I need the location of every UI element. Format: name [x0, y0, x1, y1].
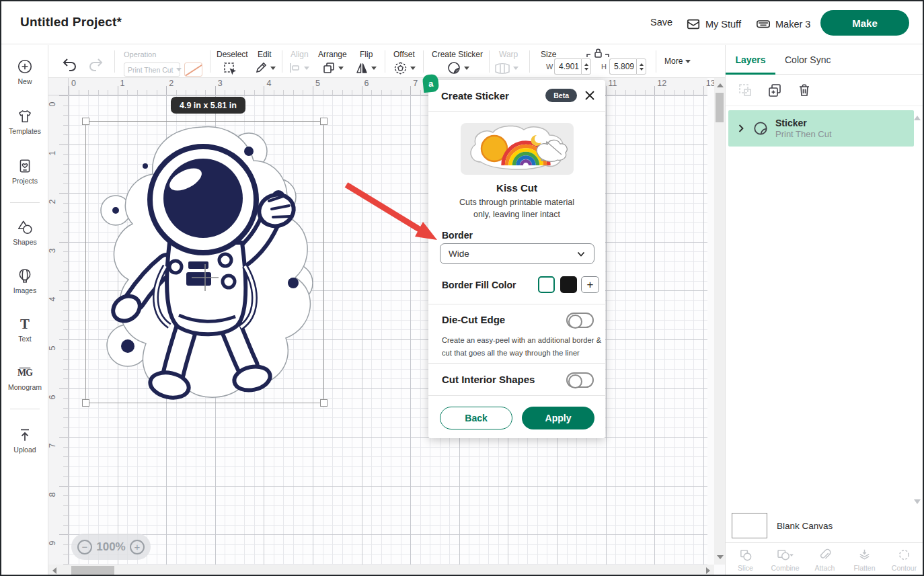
sidebar-item-new[interactable]: New: [1, 58, 48, 85]
duplicate-icon[interactable]: [767, 83, 782, 97]
sidebar-item-templates[interactable]: Templates: [1, 108, 48, 135]
flip-button[interactable]: [355, 61, 377, 75]
ruler-number: 4: [266, 79, 271, 88]
undo-icon[interactable]: [62, 58, 78, 71]
more-button[interactable]: More: [664, 56, 691, 66]
selection-bounding-box[interactable]: [85, 121, 324, 403]
arrange-label: Arrange: [318, 50, 347, 59]
zoom-out-button[interactable]: −: [77, 540, 92, 554]
modal-divider: [428, 395, 605, 396]
canvas-grid[interactable]: [69, 95, 707, 565]
add-fill-color-button[interactable]: +: [581, 276, 599, 293]
trash-icon[interactable]: [797, 83, 812, 97]
scroll-down-icon[interactable]: [717, 555, 724, 559]
fill-swatch-black[interactable]: [560, 276, 577, 293]
edit-toolbar: Operation Print Then Cut Deselect Edit A…: [48, 45, 725, 78]
apply-button[interactable]: Apply: [522, 407, 594, 429]
create-sticker-button[interactable]: [447, 60, 469, 75]
zoom-in-button[interactable]: +: [130, 540, 145, 554]
tab-layers[interactable]: Layers: [726, 45, 775, 75]
modal-divider: [428, 304, 605, 304]
machine-button[interactable]: Maker 3: [756, 17, 810, 32]
fill-swatch-white-selected[interactable]: [538, 276, 555, 293]
edit-button[interactable]: [254, 61, 276, 75]
lock-icon[interactable]: [586, 48, 609, 58]
blank-canvas-row[interactable]: Blank Canvas: [726, 509, 924, 542]
machine-icon: [756, 17, 771, 32]
arrange-button[interactable]: [322, 61, 344, 75]
scroll-up-icon[interactable]: [717, 83, 724, 87]
height-input[interactable]: 5.809: [609, 58, 636, 75]
deselect-icon[interactable]: [223, 61, 237, 76]
kiss-cut-title: Kiss Cut: [428, 182, 605, 194]
chevron-down-icon: [685, 60, 691, 63]
project-title[interactable]: Untitled Project*: [20, 15, 122, 30]
selection-handle-top-left[interactable]: [82, 118, 89, 125]
ruler-number: 12: [657, 79, 666, 88]
sidebar-item-upload[interactable]: Upload: [1, 427, 48, 454]
blank-canvas-swatch[interactable]: [732, 513, 767, 538]
tab-color-sync[interactable]: Color Sync: [785, 45, 831, 75]
offset-icon: [393, 61, 408, 75]
stepper-up-icon[interactable]: [584, 63, 588, 66]
vertical-scroll-thumb[interactable]: [716, 93, 724, 122]
app-window: Untitled Project* Save My Stuff Maker 3 …: [0, 0, 924, 576]
stepper-down-icon[interactable]: [584, 68, 588, 71]
border-select[interactable]: Wide: [440, 243, 594, 264]
save-button[interactable]: Save: [650, 17, 672, 28]
make-button[interactable]: Make: [820, 10, 909, 36]
header: Untitled Project* Save My Stuff Maker 3 …: [1, 1, 923, 44]
operation-color-swatch[interactable]: [184, 63, 202, 77]
redo-icon[interactable]: [87, 58, 104, 71]
chevron-down-icon: [513, 67, 518, 70]
cut-interior-shapes-toggle[interactable]: [566, 372, 594, 388]
vertical-scrollbar[interactable]: [714, 78, 725, 565]
astronaut-sticker-image[interactable]: [86, 122, 325, 404]
die-cut-edge-toggle[interactable]: [566, 313, 594, 328]
selection-handle-bottom-right[interactable]: [320, 399, 328, 407]
chevron-down-icon: [464, 67, 469, 70]
operation-select[interactable]: Print Then Cut: [124, 63, 180, 77]
ruler-number: 7: [48, 444, 57, 448]
stepper-up-icon[interactable]: [640, 63, 644, 66]
my-stuff-button[interactable]: My Stuff: [686, 17, 741, 32]
chevron-down-icon: [371, 67, 377, 70]
die-cut-description: Create an easy-peel with an additional b…: [442, 336, 601, 344]
flatten-icon: [857, 548, 872, 562]
width-stepper[interactable]: [581, 58, 591, 75]
close-icon[interactable]: [584, 89, 596, 101]
height-stepper[interactable]: [636, 58, 646, 75]
layer-row-sticker[interactable]: Sticker Print Then Cut: [728, 110, 914, 147]
ruler-number: 2: [169, 79, 174, 88]
balloon-icon: [17, 268, 33, 284]
scroll-left-icon[interactable]: [52, 567, 56, 574]
stepper-down-icon[interactable]: [640, 68, 644, 71]
monogram-icon: MG: [17, 364, 33, 380]
scroll-right-icon[interactable]: [706, 567, 710, 574]
width-input[interactable]: 4.901: [554, 58, 581, 75]
design-canvas[interactable]: 012345678910111213 0123456789: [48, 78, 725, 576]
chevron-down-icon: [338, 67, 344, 70]
horizontal-ruler: 012345678910111213: [69, 78, 707, 95]
chevron-right-icon[interactable]: [736, 124, 746, 133]
height-label: H: [601, 63, 607, 71]
panel-scroll-down-icon[interactable]: [914, 499, 921, 504]
combine-icon: [776, 548, 794, 562]
sidebar-item-images[interactable]: Images: [1, 268, 48, 294]
warp-button: [494, 62, 518, 75]
sidebar-item-text[interactable]: T Text: [1, 316, 48, 343]
create-sticker-label: Create Sticker: [432, 50, 483, 59]
sidebar-item-monogram[interactable]: MG Monogram: [1, 364, 48, 391]
selection-handle-top-right[interactable]: [320, 118, 328, 125]
horizontal-scroll-thumb[interactable]: [71, 566, 114, 575]
sidebar-item-shapes[interactable]: Shapes: [1, 219, 48, 246]
panel-scroll-up-icon[interactable]: [914, 116, 921, 120]
my-stuff-label: My Stuff: [705, 19, 741, 30]
selection-handle-bottom-left[interactable]: [82, 399, 89, 407]
sidebar-item-projects[interactable]: Projects: [1, 158, 48, 185]
back-button[interactable]: Back: [440, 407, 512, 429]
horizontal-scrollbar[interactable]: [48, 565, 714, 576]
ruler-number: 0: [48, 102, 57, 107]
layer-operation: Print Then Cut: [775, 129, 832, 139]
offset-button[interactable]: [393, 61, 416, 75]
